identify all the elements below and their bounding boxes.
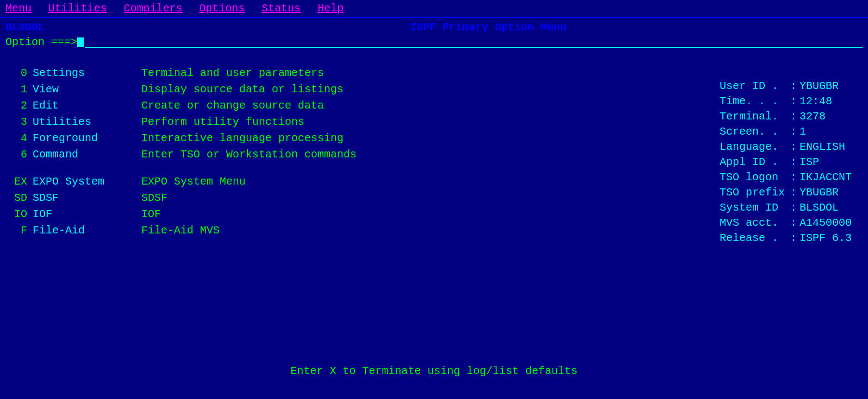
info-mvsacct-label: MVS acct. [720,216,790,231]
option-row: Option ===> [0,35,868,49]
entry-name-6[interactable]: Command [33,147,141,162]
entry-key-3: 3 [5,115,33,130]
info-release: Release . : ISPF 6.3 [720,231,852,246]
entry-name-sd[interactable]: SDSF [33,191,141,206]
entry-key-ex: EX [5,174,33,189]
entry-key-4: 4 [5,131,33,146]
info-release-value: ISPF 6.3 [800,231,852,246]
info-release-sep: : [790,231,797,246]
info-time: Time. . . : 12:48 [720,94,852,109]
entry-name-1[interactable]: View [33,82,141,97]
info-systemid: System ID : BLSDOL [720,200,852,216]
system-id: BLSDOL [5,21,114,34]
menu-item-options[interactable]: Options [199,2,245,15]
option-label: Option ===> [5,36,77,48]
info-userid-sep: : [790,79,797,94]
entry-key-f: F [5,223,33,238]
info-screen-label: Screen. . [720,124,790,140]
info-tsologon-sep: : [790,170,797,185]
info-tsologon: TSO logon : IKJACCNT [720,170,852,185]
info-applid-sep: : [790,155,797,170]
info-time-sep: : [790,94,797,109]
info-systemid-sep: : [790,200,797,216]
info-systemid-value: BLSDOL [800,200,839,216]
info-terminal-sep: : [790,109,797,124]
info-language: Language. : ENGLISH [720,140,852,155]
footer-text: Enter X to Terminate using log/list defa… [290,365,577,377]
header: BLSDOL ISPF Primary Option Menu [0,18,868,35]
entry-name-2[interactable]: Edit [33,98,141,113]
info-tsoprefix: TSO prefix : YBUGBR [720,185,852,200]
entry-name-0[interactable]: Settings [33,66,141,81]
info-tsologon-label: TSO logon [720,170,790,185]
info-tsoprefix-label: TSO prefix [720,185,790,200]
entry-key-io: IO [5,207,33,222]
info-release-label: Release . [720,231,790,246]
entry-name-ex[interactable]: EXPO System [33,174,141,189]
info-mvsacct-sep: : [790,216,797,231]
info-terminal: Terminal. : 3278 [720,109,852,124]
menu-item-compilers[interactable]: Compilers [124,2,183,15]
entry-key-0: 0 [5,66,33,81]
menu-bar: Menu Utilities Compilers Options Status … [0,0,868,17]
info-language-sep: : [790,140,797,155]
info-time-value: 12:48 [800,94,832,109]
info-userid-label: User ID . [720,79,790,94]
entry-name-3[interactable]: Utilities [33,115,141,130]
info-userid: User ID . : YBUGBR [720,79,852,94]
menu-item-menu[interactable]: Menu [5,2,32,15]
menu-item-utilities[interactable]: Utilities [48,2,107,15]
entry-key-6: 6 [5,147,33,162]
info-mvsacct: MVS acct. : A1450000 [720,216,852,231]
page-title: ISPF Primary Option Menu [114,21,863,34]
option-underline [85,37,863,48]
info-userid-value: YBUGBR [800,79,839,94]
info-tsologon-value: IKJACCNT [800,170,852,185]
cursor [77,37,84,47]
info-screen-value: 1 [800,124,806,140]
info-screen-sep: : [790,124,797,140]
info-applid-value: ISP [800,155,819,170]
info-applid: Appl ID . : ISP [720,155,852,170]
info-panel: User ID . : YBUGBR Time. . . : 12:48 Ter… [720,79,852,246]
info-screen: Screen. . : 1 [720,124,852,140]
info-tsoprefix-sep: : [790,185,797,200]
menu-item-help[interactable]: Help [317,2,344,15]
entry-name-f[interactable]: File-Aid [33,223,141,238]
info-systemid-label: System ID [720,200,790,216]
entry-key-2: 2 [5,98,33,113]
entry-name-4[interactable]: Foreground [33,131,141,146]
info-tsoprefix-value: YBUGBR [800,185,839,200]
footer: Enter X to Terminate using log/list defa… [0,365,868,377]
info-language-label: Language. [720,140,790,155]
info-terminal-label: Terminal. [720,109,790,124]
menu-item-status[interactable]: Status [261,2,301,15]
entry-name-io[interactable]: IOF [33,207,141,222]
entry-key-1: 1 [5,82,33,97]
info-language-value: ENGLISH [800,140,845,155]
info-applid-label: Appl ID . [720,155,790,170]
info-mvsacct-value: A1450000 [800,216,852,231]
info-terminal-value: 3278 [800,109,826,124]
info-time-label: Time. . . [720,94,790,109]
entry-key-sd: SD [5,191,33,206]
